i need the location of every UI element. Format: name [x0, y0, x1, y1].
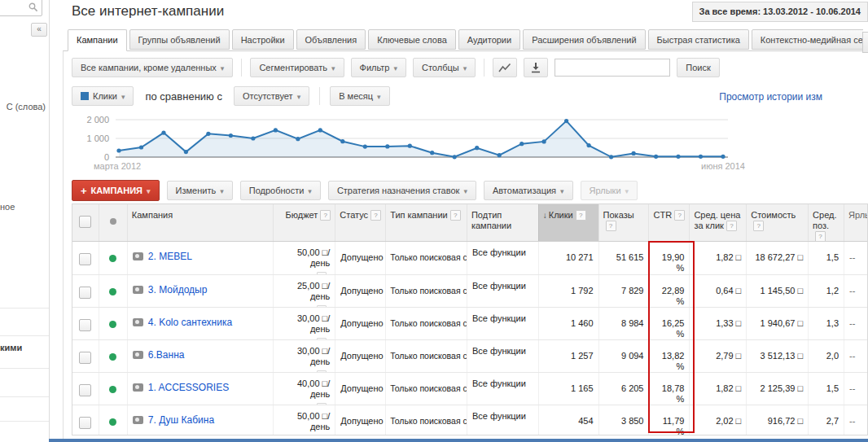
campaign-link[interactable]: 7. Душ Кабина [148, 414, 214, 426]
help-icon[interactable]: ? [815, 231, 826, 241]
sidebar-item-bulk[interactable]: кими [0, 343, 22, 352]
help-icon[interactable]: ? [674, 210, 685, 221]
row-checkbox[interactable] [79, 287, 91, 299]
row-checkbox[interactable] [79, 352, 91, 364]
budget-edit-icon [317, 338, 327, 339]
plus-icon: + [81, 185, 87, 197]
column-header-pos[interactable]: Сред. поз.? [808, 204, 844, 241]
select-all-checkbox[interactable] [79, 216, 91, 228]
performance-chart: 2 0001 0000марта 2012июня 2014 [72, 109, 764, 178]
row-checkbox-cell [72, 373, 99, 405]
campaign-icon [133, 351, 143, 359]
budget-cell[interactable]: 50,00 □/день [273, 405, 335, 435]
metric-selector-button[interactable]: Клики [72, 86, 134, 106]
column-header-status[interactable]: Статус? [335, 204, 385, 241]
status-enabled-icon [109, 255, 116, 262]
cost-cell: 916,72 □ [746, 405, 808, 435]
help-icon[interactable]: ? [370, 210, 381, 221]
campaign-link[interactable]: 1. ACCESSORIES [148, 382, 229, 393]
avg-position-cell: 2,7 [808, 405, 844, 435]
tab-8[interactable]: Контекстно-медийная сеть [752, 29, 863, 50]
filter-label: Фильтр [360, 63, 390, 72]
column-header-budget[interactable]: Бюджет? [273, 204, 335, 241]
campaign-name-cell: 4. Kolo сантехника [127, 308, 274, 339]
budget-cell[interactable]: 30,00 □/день [273, 340, 335, 372]
help-icon[interactable]: ? [606, 221, 616, 231]
campaigns-table: КампанияБюджет?Статус?Тип кампании?Подти… [72, 203, 868, 435]
help-icon[interactable]: ? [450, 210, 461, 221]
column-label-labels: Ярлыки [848, 210, 867, 220]
chart-toggle-button[interactable] [493, 58, 517, 77]
campaign-view-filter-button[interactable]: Все кампании, кроме удаленных [72, 58, 233, 77]
search-input[interactable] [555, 59, 670, 77]
change-history-link[interactable]: Просмотр истории изм [719, 91, 822, 103]
column-header-impressions[interactable]: Показы? [598, 204, 649, 241]
column-header-ctr[interactable]: CTR? [648, 204, 689, 241]
row-checkbox[interactable] [79, 417, 91, 429]
sidebar-search-input[interactable] [0, 0, 42, 16]
toolbar-separator [484, 59, 484, 77]
search-button[interactable]: Поиск [677, 58, 719, 77]
status-cell: Допущено [335, 340, 385, 372]
column-header-subtype[interactable]: Подтип кампании [467, 204, 538, 241]
help-icon[interactable]: ? [726, 221, 737, 231]
tab-4[interactable]: Ключевые слова [368, 29, 456, 50]
help-icon[interactable]: ? [753, 221, 764, 231]
avg-position-cell: 2,0 [808, 340, 844, 372]
help-icon[interactable]: ? [576, 210, 586, 221]
bid-strategy-button[interactable]: Стратегия назначения ставок [328, 181, 476, 200]
budget-cell[interactable]: 25,00 □/день [273, 275, 335, 307]
row-checkbox[interactable] [79, 253, 91, 265]
compare-selector-button[interactable]: Отсутствует [234, 86, 309, 106]
tab-5[interactable]: Аудитории [458, 29, 520, 50]
segment-button[interactable]: Сегментировать [250, 58, 344, 77]
column-header-cpc[interactable]: Сред. цена за клик? [689, 204, 746, 241]
budget-cell[interactable]: 30,00 □/день [273, 308, 335, 339]
avg-position-cell: 1,5 [808, 242, 844, 274]
campaign-link[interactable]: 3. Мойдодыр [148, 284, 208, 295]
row-checkbox-cell [72, 340, 99, 372]
tab-6[interactable]: Расширения объявлений [523, 29, 645, 50]
column-header-clicks[interactable]: ↓Клики? [538, 204, 598, 241]
help-icon[interactable]: ? [320, 210, 331, 221]
download-button[interactable] [524, 58, 548, 77]
clicks-cell: 1 257 [538, 340, 598, 372]
row-checkbox-cell [72, 405, 99, 435]
column-header-labels[interactable]: Ярлыки [844, 204, 867, 241]
tab-7[interactable]: Быстрая статистика [648, 29, 749, 50]
campaign-link[interactable]: 6.Ванна [148, 349, 185, 361]
tab-2[interactable]: Настройки [232, 29, 294, 50]
campaign-link[interactable]: 2. MEBEL [148, 251, 192, 262]
tab-0[interactable]: Кампании [68, 29, 127, 51]
edit-label: Изменить [176, 186, 217, 195]
sidebar-item-keywords[interactable]: С (слова) [7, 102, 46, 112]
horizontal-scrollbar[interactable] [49, 439, 868, 442]
cost-cell: 18 672,27 □ [746, 242, 808, 274]
column-header-name[interactable]: Кампания [127, 204, 274, 241]
column-header-type[interactable]: Тип кампании? [385, 204, 467, 241]
campaign-link[interactable]: 4. Kolo сантехника [148, 317, 232, 328]
period-selector-button[interactable]: В месяц [330, 86, 389, 106]
row-checkbox[interactable] [79, 319, 91, 331]
compare-value: Отсутствует [243, 91, 293, 101]
details-button[interactable]: Подробности [240, 181, 321, 200]
filter-button[interactable]: Фильтр [351, 58, 406, 77]
sidebar-collapse-button[interactable]: « [31, 23, 47, 37]
budget-edit-icon [317, 403, 327, 405]
sidebar-item-shared[interactable]: ное [0, 202, 15, 212]
new-campaign-button[interactable]: + КАМПАНИЯ [72, 180, 160, 201]
row-checkbox[interactable] [79, 384, 91, 396]
column-header-cost[interactable]: Стоимость? [746, 204, 808, 241]
campaign-name-cell: 7. Душ Кабина [127, 405, 274, 435]
edit-button[interactable]: Изменить [167, 181, 233, 200]
column-header-checkbox[interactable] [72, 204, 99, 241]
budget-cell[interactable]: 40,00 □/день [273, 373, 335, 405]
date-range-selector[interactable]: За все время: 13.03.2012 - 10.06.2014 [692, 2, 868, 22]
details-label: Подробности [249, 186, 305, 195]
campaign-name-cell: 6.Ванна [127, 340, 274, 372]
columns-button[interactable]: Столбцы [413, 58, 476, 77]
budget-cell[interactable]: 50,00 □/день [273, 242, 335, 274]
automation-button[interactable]: Автоматизация [484, 181, 573, 200]
tab-1[interactable]: Группы объявлений [129, 29, 230, 50]
tab-3[interactable]: Объявления [296, 29, 366, 50]
